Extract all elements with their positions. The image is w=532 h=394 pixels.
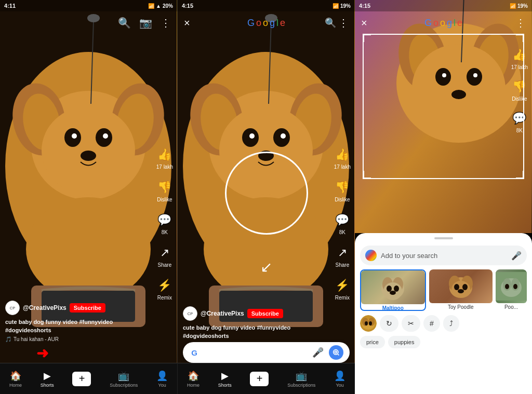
more-button-3[interactable]: ⋮ [515,17,526,29]
panel-google-lens-circle: ↙ 4:15 📶 19% × Google 🔍 ⋮ 👍 17 lakh 👎 Di… [178,0,355,394]
nav-subscriptions-2[interactable]: 📺 Subscriptions [287,370,315,388]
time-2: 4:15 [182,3,193,9]
arrow-indicator: ➜ [36,345,48,362]
avatar-chip[interactable] [360,315,377,332]
add-icon-2: + [250,372,269,386]
filter-hashtag[interactable]: # [423,315,440,332]
more-icon[interactable]: ⋮ [161,17,171,29]
svg-point-69 [462,284,468,290]
nav-subscriptions[interactable]: 📺 Subscriptions [110,370,138,388]
channel-name-2[interactable]: @CreativePixs [201,310,244,317]
nav-you-2[interactable]: 👤 You [334,370,345,388]
close-button-3[interactable]: × [361,17,367,29]
comments-count: 8K [162,229,168,235]
result-toy-poodle[interactable]: Toy Poodle [429,269,493,311]
like-button[interactable]: 👍 17 lakh [156,146,173,170]
status-right: 📶 ▲ 20% [148,3,173,9]
filter-refresh[interactable]: ↻ [380,315,398,332]
share-button[interactable]: ↗ Share [156,244,173,268]
channel-row: CP @CreativePixs Subscribe [5,301,151,315]
comment-icon-2: 💬 [334,212,351,228]
google-search-bar[interactable]: G 🎤 [183,342,350,363]
google-logo-2: Google [247,18,285,29]
bottom-nav-2: 🏠 Home ▶ Shorts + 📺 Subscriptions 👤 You [178,363,355,394]
panel-google-lens-results: 👍 17 lakh 👎 Dislike 💬 8K 4:15 📶 19% × Go… [355,0,532,394]
nav-add[interactable]: + [72,372,91,386]
search-icon[interactable]: 🔍 [118,17,131,29]
status-right-3: 📶 19% [510,3,528,9]
filter-crop[interactable]: ✂ [402,315,420,332]
home-icon: 🏠 [10,370,21,382]
like-button-2[interactable]: 👍 17 lakh [334,146,351,170]
dislike-label-2: Dislike [335,197,350,202]
lens-icon[interactable] [329,345,343,360]
you-icon-2: 👤 [334,370,345,382]
video-info-2: CP @CreativePixs Subscribe cute baby dog… [183,306,329,342]
mic-icon[interactable]: 🎤 [312,347,324,358]
svg-point-11 [103,133,108,139]
remix-icon-2: ⚡ [334,277,351,294]
signal-icon-3: 📶 [510,3,516,9]
svg-point-70 [458,289,464,293]
svg-point-76 [513,284,517,289]
comments-button-2[interactable]: 💬 8K [334,212,351,235]
nav-home-2[interactable]: 🏠 Home [187,370,200,388]
puppies-label: puppies [394,339,415,345]
music-title: Tu hai kahan - AUR [14,336,59,342]
result-maltipoo[interactable]: Maltipoo [360,269,426,311]
refresh-icon: ↻ [386,319,392,328]
remix-button[interactable]: ⚡ Remix [156,277,173,301]
like-icon-2: 👍 [334,146,351,163]
panel-youtube-shorts: 4:11 📶 ▲ 20% 🔍 📷 ⋮ 👍 17 lakh 👎 Dislike 💬… [0,0,178,394]
search-bar[interactable]: Add to your search 🎤 [360,246,527,265]
search-placeholder[interactable]: Add to your search [381,252,507,260]
circle-selection [225,152,308,235]
video-title: cute baby dog funny video #funnyvideo #d… [5,318,151,334]
dislike-label: Dislike [157,197,172,202]
comments-button[interactable]: 💬 8K [156,212,173,235]
swipe-arrow: ↙ [260,259,272,276]
result-label-poodle: Poo... [496,304,527,310]
camera-icon[interactable]: 📷 [139,17,152,29]
close-button-2[interactable]: × [184,17,190,29]
search-results-panel: Add to your search 🎤 Maltipoo Toy Poodle [355,233,532,394]
dislike-icon-2: 👎 [334,179,351,196]
comments-count-2: 8K [339,229,345,235]
svg-point-31 [281,133,286,139]
channel-avatar: CP [5,301,20,315]
subscribe-button[interactable]: Subscribe [70,303,105,313]
action-buttons-2: 👍 17 lakh 👎 Dislike 💬 8K ↗ Share ⚡ Remix [334,146,351,301]
nav-add-2[interactable]: + [250,372,269,386]
share-label-2: Share [336,262,350,268]
status-right-2: 📶 19% [332,3,351,9]
filter-price[interactable]: price [360,336,385,348]
channel-avatar-2: CP [183,306,197,321]
nav-shorts[interactable]: ▶ Shorts [41,370,54,388]
remix-button-2[interactable]: ⚡ Remix [334,277,351,301]
nav-shorts-2[interactable]: ▶ Shorts [218,370,232,388]
crop-corner-bl [363,171,371,179]
shorts-icon: ▶ [44,370,51,382]
home-icon-2: 🏠 [188,370,199,382]
filter-share[interactable]: ⤴ [443,315,459,332]
status-bar-3: 4:15 📶 19% [355,0,532,11]
more-button-2[interactable]: ⋮ [338,17,349,29]
drag-handle[interactable] [434,237,453,239]
crop-corner-br [516,171,524,179]
share-icon: ↗ [156,244,173,261]
crop-corner-tr [516,34,524,42]
dislike-button[interactable]: 👎 Dislike [156,179,173,202]
svg-point-63 [390,291,396,295]
channel-name[interactable]: @CreativePixs [23,304,66,311]
nav-home[interactable]: 🏠 Home [9,370,22,388]
dislike-button-2[interactable]: 👎 Dislike [334,179,351,202]
search-icon-header[interactable]: 🔍 [325,17,336,29]
nav-you[interactable]: 👤 You [156,370,168,388]
subscribe-button-2[interactable]: Subscribe [247,309,283,318]
filter-puppies[interactable]: puppies [388,336,421,348]
mic-icon-search[interactable]: 🎤 [511,251,522,261]
result-poodle[interactable]: Poo... [496,269,527,311]
battery: 20% [163,3,173,9]
time-3: 4:15 [359,3,370,9]
share-button-2[interactable]: ↗ Share [334,244,351,268]
